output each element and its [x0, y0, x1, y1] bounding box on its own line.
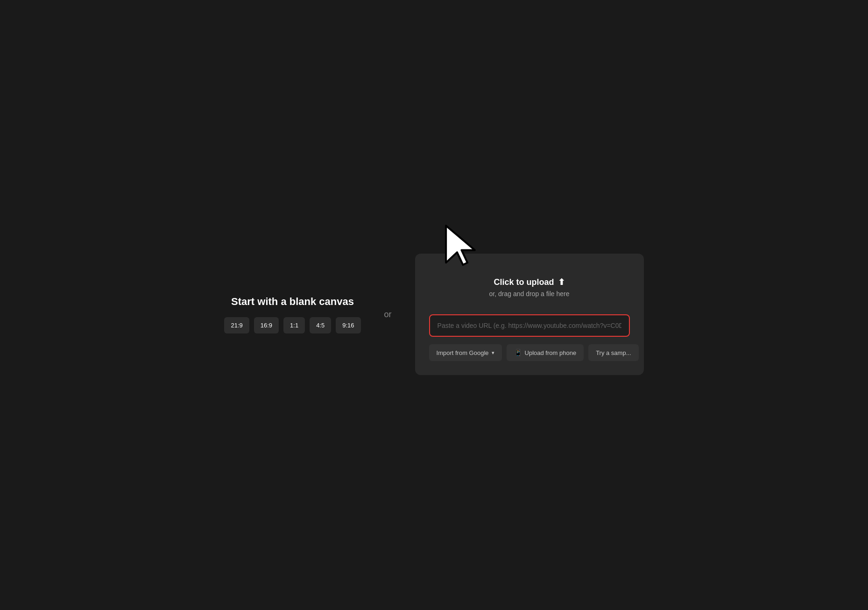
or-divider: or: [384, 310, 392, 319]
url-input-wrapper: [429, 314, 630, 337]
left-section: Start with a blank canvas 21:9 16:9 1:1 …: [224, 296, 360, 333]
upload-title: Click to upload ⬆: [494, 277, 565, 287]
aspect-ratio-1-1[interactable]: 1:1: [283, 317, 305, 333]
url-input[interactable]: [429, 314, 630, 337]
aspect-ratio-group: 21:9 16:9 1:1 4:5 9:16: [224, 317, 360, 333]
upload-icon: ⬆: [558, 277, 565, 287]
action-buttons: Import from Google ▾ 📱 Upload from phone…: [429, 344, 630, 361]
try-sample-label: Try a samp...: [596, 349, 631, 356]
upload-panel: Click to upload ⬆ or, drag and drop a fi…: [415, 254, 644, 375]
upload-subtitle: or, drag and drop a file here: [489, 290, 570, 298]
aspect-ratio-9-16[interactable]: 9:16: [336, 317, 360, 333]
import-google-button[interactable]: Import from Google ▾: [429, 344, 502, 361]
aspect-ratio-16-9[interactable]: 16:9: [254, 317, 279, 333]
blank-canvas-title: Start with a blank canvas: [231, 296, 354, 308]
import-google-label: Import from Google: [437, 349, 489, 356]
aspect-ratio-21-9[interactable]: 21:9: [224, 317, 249, 333]
upload-phone-label: Upload from phone: [525, 349, 577, 356]
try-sample-button[interactable]: Try a samp...: [588, 344, 638, 361]
center-content: Start with a blank canvas 21:9 16:9 1:1 …: [224, 254, 643, 375]
aspect-ratio-4-5[interactable]: 4:5: [310, 317, 331, 333]
chevron-down-icon: ▾: [492, 350, 494, 356]
upload-phone-button[interactable]: 📱 Upload from phone: [507, 344, 584, 361]
phone-icon: 📱: [514, 349, 522, 356]
upload-area[interactable]: Click to upload ⬆ or, drag and drop a fi…: [429, 268, 630, 307]
upload-title-text: Click to upload: [494, 277, 554, 287]
page-container: Start with a blank canvas 21:9 16:9 1:1 …: [0, 0, 868, 610]
